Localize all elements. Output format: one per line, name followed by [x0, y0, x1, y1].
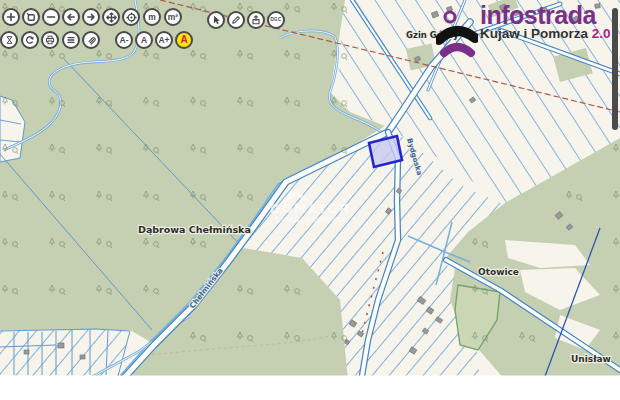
- print-button[interactable]: [41, 31, 59, 49]
- previous-view-button[interactable]: [62, 8, 80, 26]
- dgc-button[interactable]: DGC: [267, 11, 285, 29]
- pan-button[interactable]: [102, 8, 120, 26]
- toolbar-measure-group: m m²: [143, 8, 182, 26]
- building: [24, 350, 29, 354]
- printer-icon: [45, 35, 55, 45]
- plus-icon: [6, 12, 16, 22]
- hourglass-icon: [5, 35, 14, 45]
- legend-button[interactable]: [62, 31, 80, 49]
- pan-cross-icon: [106, 12, 117, 23]
- measure-length-button[interactable]: m: [143, 8, 161, 26]
- redo-arrow-icon: [25, 35, 35, 45]
- town-label-otowice: Otowice: [478, 267, 519, 277]
- measure-area-button[interactable]: m²: [164, 8, 182, 26]
- app-logo: infostrada Kujaw i Pomorza 2.0: [436, 3, 611, 61]
- parcel-zone-bottomleft: [0, 328, 130, 378]
- share-upload-icon: [251, 15, 261, 25]
- history-button[interactable]: [0, 31, 18, 49]
- town-label-dabrowa: Dąbrowa Chełmińska: [138, 224, 251, 235]
- selected-parcel[interactable]: [369, 136, 402, 167]
- zoom-out-button[interactable]: [42, 8, 60, 26]
- minus-icon: [46, 12, 56, 22]
- font-increase-button[interactable]: A+: [155, 31, 173, 49]
- arrow-left-icon: [66, 12, 76, 22]
- locate-button[interactable]: [122, 8, 140, 26]
- next-view-button[interactable]: [82, 8, 100, 26]
- locate-target-icon: [126, 12, 137, 23]
- watermark-line2: NIERUCHOMOŚCI: [275, 215, 346, 224]
- logo-title: infostrada: [480, 3, 611, 27]
- toolbar-tools-group: [0, 31, 100, 49]
- redo-button[interactable]: [21, 31, 39, 49]
- link-button[interactable]: [82, 31, 100, 49]
- font-default-button[interactable]: A: [135, 31, 153, 49]
- draw-button[interactable]: [227, 11, 245, 29]
- zoom-in-button[interactable]: [2, 8, 20, 26]
- zoom-box-button[interactable]: [22, 8, 40, 26]
- arrow-right-icon: [86, 12, 96, 22]
- toolbar-edit-group: DGC: [207, 11, 285, 29]
- pencil-icon: [231, 15, 241, 25]
- logo-subtitle: Kujaw i Pomorza: [480, 26, 588, 41]
- vertical-scrollbar-thumb[interactable]: [612, 8, 618, 130]
- box-select-icon: [26, 12, 36, 22]
- building: [58, 343, 64, 348]
- pointer-button[interactable]: [207, 11, 225, 29]
- toolbar-font-group: A- A A+ A: [115, 31, 193, 49]
- font-decrease-button[interactable]: A-: [115, 31, 133, 49]
- high-contrast-button[interactable]: A: [175, 31, 193, 49]
- infostrada-logo-icon: [436, 7, 478, 61]
- map-empty-area: [0, 376, 620, 400]
- town-label-unislaw: Unisław: [571, 354, 611, 364]
- export-button[interactable]: [247, 11, 265, 29]
- paperclip-icon: [86, 35, 96, 45]
- building: [80, 355, 85, 359]
- logo-version: 2.0: [592, 26, 611, 41]
- toolbar-nav-group: [2, 8, 140, 26]
- watermark-line1: DOMATOR: [270, 201, 351, 216]
- cursor-icon: [211, 15, 221, 25]
- list-icon: [66, 35, 76, 45]
